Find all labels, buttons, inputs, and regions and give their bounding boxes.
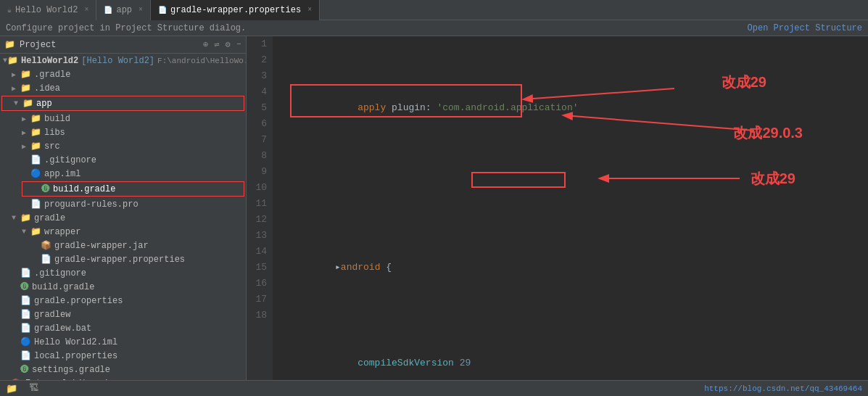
tree-item-gradle-properties[interactable]: ▶ 📄 gradle.properties bbox=[0, 294, 246, 308]
tab-close-app[interactable]: × bbox=[139, 6, 143, 14]
tree-item-helloworld-iml[interactable]: ▶ 🔵 Hello World2.iml bbox=[0, 335, 246, 349]
tree-item-external-libs[interactable]: ▶ 📚 External Libraries bbox=[0, 376, 246, 380]
file-icon-wrapper-jar: 📦 bbox=[41, 240, 51, 251]
code-editor[interactable]: 1 2 3 4 5 6 7 8 9 10 11 12 13 14 15 16 1… bbox=[247, 36, 868, 380]
code-line-1: apply plugin: 'com.android.application' bbox=[278, 84, 862, 132]
file-icon-gitignore-root: 📄 bbox=[20, 268, 31, 279]
bottom-icon-project[interactable]: 📁 bbox=[6, 383, 17, 395]
arrow-gradle: ▶ bbox=[12, 70, 20, 79]
bottom-url: https://blog.csdn.net/qq_43469464 bbox=[704, 384, 862, 393]
tree-item-app-iml[interactable]: ▶ 🔵 app.iml bbox=[0, 167, 246, 181]
label-external-libs: External Libraries bbox=[25, 379, 120, 381]
label-gradlew: gradlew bbox=[34, 310, 70, 320]
tab-label-app: app bbox=[116, 5, 132, 15]
label-app-iml: app.iml bbox=[44, 169, 80, 179]
tab-app[interactable]: 📄 app × bbox=[96, 0, 151, 20]
tree-item-local-properties[interactable]: ▶ 📄 local.properties bbox=[0, 349, 246, 363]
arrow-build: ▶ bbox=[22, 115, 30, 123]
keyword-apply: apply bbox=[357, 102, 386, 113]
add-icon[interactable]: ⊕ bbox=[203, 39, 208, 50]
code-lines: apply plugin: 'com.android.application' … bbox=[273, 36, 868, 380]
project-title: Project bbox=[20, 40, 56, 50]
tree-item-proguard[interactable]: ▶ 📄 proguard-rules.pro bbox=[0, 197, 246, 211]
line-numbers: 1 2 3 4 5 6 7 8 9 10 11 12 13 14 15 16 1… bbox=[247, 36, 273, 380]
label-gradlew-bat: gradlew.bat bbox=[34, 323, 91, 334]
label-gradle-hidden: .gradle bbox=[34, 70, 70, 80]
code-line-4: compileSdkVersion 29 bbox=[278, 339, 862, 380]
sync-icon[interactable]: ⇌ bbox=[214, 39, 219, 50]
file-icon-build-gradle: 🅖 bbox=[41, 183, 50, 194]
tree-item-wrapper-properties[interactable]: ▶ 📄 gradle-wrapper.properties bbox=[0, 252, 246, 266]
label-idea: .idea bbox=[34, 83, 60, 94]
folder-icon-gradle: 📁 bbox=[20, 69, 31, 80]
label-src: src bbox=[44, 141, 60, 152]
label-gitignore-app: .gitignore bbox=[44, 155, 96, 165]
tree-item-libs[interactable]: ▶ 📁 libs bbox=[0, 125, 246, 139]
build-gradle-highlight-box: ▶ 🅖 build.gradle bbox=[22, 181, 244, 197]
label-build-gradle: build.gradle bbox=[53, 184, 115, 194]
label-wrapper-properties: gradle-wrapper.properties bbox=[54, 255, 185, 265]
tree-item-gradlew-bat[interactable]: ▶ 📄 gradlew.bat bbox=[0, 321, 246, 335]
arrow-idea: ▶ bbox=[12, 84, 20, 93]
tab-close-gradle[interactable]: × bbox=[307, 6, 312, 14]
minimize-icon[interactable]: – bbox=[236, 39, 241, 50]
root-path: F:\android\HelloWo... bbox=[157, 57, 246, 65]
compile-sdk-text: compileSdkVersion bbox=[357, 358, 454, 368]
root-label: HelloWorld2 bbox=[21, 56, 78, 66]
folder-icon-build: 📁 bbox=[30, 113, 41, 124]
tree-item-build[interactable]: ▶ 📁 build bbox=[0, 112, 246, 125]
folder-icon-libs: 📁 bbox=[30, 127, 41, 138]
label-helloworld-iml: Hello World2.iml bbox=[34, 337, 117, 347]
arrow-wrapper: ▼ bbox=[22, 228, 30, 236]
file-icon-proguard: 📄 bbox=[30, 199, 41, 210]
tree-item-build-gradle-root[interactable]: ▶ 🅖 build.gradle bbox=[0, 280, 246, 294]
tree-item-wrapper-jar[interactable]: ▶ 📦 gradle-wrapper.jar bbox=[0, 239, 246, 252]
sidebar: 📁 Project ⊕ ⇌ ⚙ – ▼ 📁 HelloWorld2 [Hello… bbox=[0, 36, 247, 380]
file-icon-gradle-props: 📄 bbox=[20, 295, 31, 306]
label-local-properties: local.properties bbox=[34, 351, 117, 361]
code-content: 1 2 3 4 5 6 7 8 9 10 11 12 13 14 15 16 1… bbox=[247, 36, 868, 380]
tree-item-gradlew[interactable]: ▶ 📄 gradlew bbox=[0, 308, 246, 321]
open-project-structure-link[interactable]: Open Project Structure bbox=[748, 23, 862, 33]
tree-item-app[interactable]: ▼ 📁 app bbox=[2, 96, 244, 110]
tree-item-settings-gradle[interactable]: ▶ 🅖 settings.gradle bbox=[0, 363, 246, 376]
folder-icon-wrapper: 📁 bbox=[30, 226, 41, 237]
folder-icon-gradle-main: 📁 bbox=[20, 213, 31, 223]
tree-item-gitignore-root[interactable]: ▶ 📄 .gitignore bbox=[0, 266, 246, 280]
keyword-android: android bbox=[341, 262, 381, 273]
file-icon-local-props: 📄 bbox=[20, 350, 31, 361]
arrow-app: ▼ bbox=[14, 99, 22, 107]
code-line-2 bbox=[278, 180, 862, 196]
tab-helloworld2[interactable]: ☕ Hello World2 × bbox=[0, 0, 96, 20]
info-message: Configure project in Project Structure d… bbox=[6, 23, 246, 33]
tree-item-gitignore-app[interactable]: ▶ 📄 .gitignore bbox=[0, 153, 246, 167]
label-libs: libs bbox=[44, 128, 65, 138]
tree-root[interactable]: ▼ 📁 HelloWorld2 [Hello World2] F:\androi… bbox=[0, 54, 246, 67]
label-gradle-folder: gradle bbox=[34, 213, 65, 223]
settings-icon[interactable]: ⚙ bbox=[226, 39, 231, 50]
main-area: 📁 Project ⊕ ⇌ ⚙ – ▼ 📁 HelloWorld2 [Hello… bbox=[0, 36, 868, 380]
tree-item-gradle-hidden[interactable]: ▶ 📁 .gradle bbox=[0, 67, 246, 81]
file-icon-app-iml: 🔵 bbox=[30, 168, 41, 179]
code-line-3: ▸android { bbox=[278, 244, 862, 292]
tree-item-idea[interactable]: ▶ 📁 .idea bbox=[0, 81, 246, 95]
tab-gradle-wrapper[interactable]: 📄 gradle-wrapper.properties × bbox=[151, 0, 320, 20]
bottom-bar: 📁 🏗 https://blog.csdn.net/qq_43469464 bbox=[0, 380, 868, 396]
info-bar: Configure project in Project Structure d… bbox=[0, 20, 868, 36]
tree-item-src[interactable]: ▶ 📁 src bbox=[0, 139, 246, 153]
label-build-gradle-root: build.gradle bbox=[32, 282, 94, 292]
file-icon-gradlew: 📄 bbox=[20, 309, 31, 320]
file-icon-wrapper-props: 📄 bbox=[41, 254, 51, 265]
bottom-icon-structure[interactable]: 🏗 bbox=[29, 383, 38, 394]
tab-bar: ☕ Hello World2 × 📄 app × 📄 gradle-wrappe… bbox=[0, 0, 868, 20]
arrow-libs: ▶ bbox=[22, 128, 30, 137]
tree-item-gradle-folder[interactable]: ▼ 📁 gradle bbox=[0, 211, 246, 225]
tree-item-wrapper[interactable]: ▼ 📁 wrapper bbox=[0, 225, 246, 239]
tab-close-helloworld2[interactable]: × bbox=[84, 6, 88, 14]
tree-item-build-gradle[interactable]: ▶ 🅖 build.gradle bbox=[22, 182, 244, 196]
folder-icon-idea: 📁 bbox=[20, 83, 31, 94]
file-icon-gitignore-app: 📄 bbox=[30, 154, 41, 165]
tab-label-gradle: gradle-wrapper.properties bbox=[170, 5, 301, 15]
label-wrapper-jar: gradle-wrapper.jar bbox=[54, 241, 149, 251]
tab-icon-java: ☕ bbox=[7, 6, 12, 15]
